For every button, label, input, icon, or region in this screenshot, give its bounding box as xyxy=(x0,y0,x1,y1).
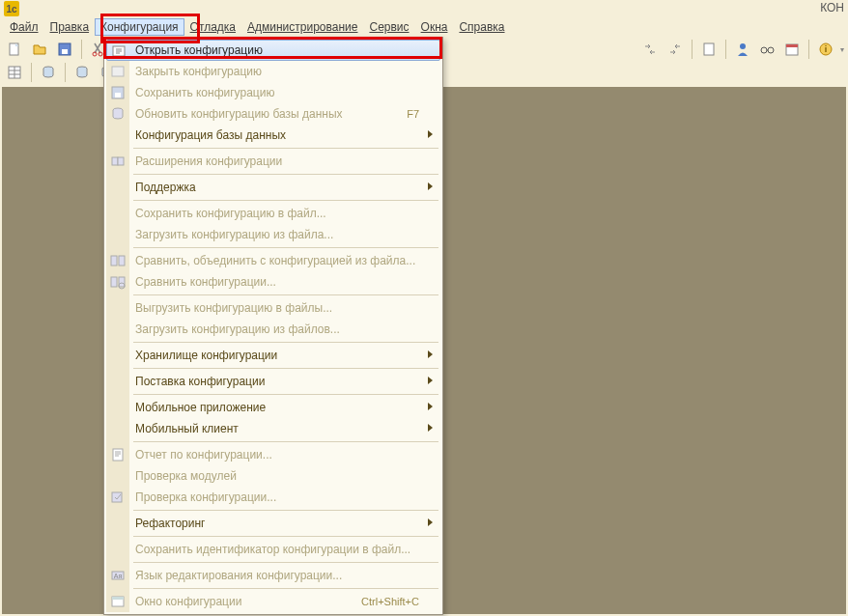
table-button[interactable] xyxy=(4,62,25,83)
database-icon xyxy=(41,65,56,80)
dropdown-item-label: Мобильное приложение xyxy=(135,401,440,414)
dropdown-item[interactable]: Поддержка xyxy=(106,177,440,198)
database-icon xyxy=(74,65,90,80)
menu-debug[interactable]: Отладка xyxy=(184,18,241,36)
save-button[interactable] xyxy=(54,39,75,60)
dropdown-item: Проверка модулей xyxy=(106,465,440,487)
dropdown-item-label: Окно конфигурации xyxy=(135,595,361,608)
title-bar: 1c КОН xyxy=(0,0,848,17)
dropdown-item-label: Проверка конфигурации... xyxy=(135,490,440,504)
dropdown-item-label: Отчет по конфигурации... xyxy=(135,448,440,462)
dropdown-item: Сравнить конфигурации... xyxy=(106,271,440,293)
svg-rect-37 xyxy=(119,256,125,266)
dropdown-separator xyxy=(133,247,438,248)
dropdown-item[interactable]: Мобильное приложение xyxy=(106,397,440,418)
svg-point-14 xyxy=(740,43,746,49)
menu-configuration[interactable]: Конфигурация xyxy=(95,18,184,36)
dropdown-item[interactable]: Рефакторинг xyxy=(106,513,440,534)
svg-rect-2 xyxy=(62,49,68,54)
dropdown-item-label: Мобильный клиент xyxy=(135,422,440,435)
window-icon xyxy=(110,594,126,609)
open-folder-icon xyxy=(32,42,47,57)
toolbar-separator xyxy=(81,40,82,59)
dropdown-item-label: Загрузить конфигурацию из файла... xyxy=(135,228,440,241)
user-icon xyxy=(735,42,750,57)
menu-file[interactable]: Файл xyxy=(4,18,44,36)
dropdown-item-shortcut: F7 xyxy=(407,108,440,120)
dropdown-item-label: Сохранить конфигурацию в файл... xyxy=(135,207,440,220)
submenu-arrow-icon xyxy=(428,130,433,138)
submenu-arrow-icon xyxy=(428,403,433,410)
menu-service[interactable]: Сервис xyxy=(363,18,414,36)
svg-rect-13 xyxy=(704,43,714,55)
svg-rect-46 xyxy=(112,597,124,600)
dropdown-item: АяЯзык редактирования конфигурации... xyxy=(106,565,440,586)
dropdown-item-label: Закрыть конфигурацию xyxy=(135,65,440,78)
dropdown-item-label: Обновить конфигурацию базы данных xyxy=(135,107,407,121)
dropdown-item-label: Проверка модулей xyxy=(135,469,440,483)
calendar-button[interactable] xyxy=(781,39,803,60)
dropdown-item-label: Расширения конфигурации xyxy=(135,154,440,168)
menu-administration[interactable]: Администрирование xyxy=(241,18,363,36)
svg-rect-36 xyxy=(111,256,117,266)
svg-rect-42 xyxy=(112,492,122,502)
menu-help[interactable]: Справка xyxy=(453,18,510,36)
svg-rect-32 xyxy=(115,93,121,98)
update-db-icon xyxy=(110,106,126,122)
dropdown-item: Загрузить конфигурацию из файла... xyxy=(106,224,440,245)
svg-text:Ая: Ая xyxy=(114,573,123,579)
user-button[interactable] xyxy=(732,39,753,60)
save-icon xyxy=(57,42,72,57)
dropdown-item[interactable]: Открыть конфигурацию xyxy=(106,40,440,61)
toolbar-button-b[interactable] xyxy=(664,39,686,60)
svg-rect-38 xyxy=(111,277,117,287)
dropdown-item[interactable]: Хранилище конфигурации xyxy=(106,345,440,366)
svg-point-15 xyxy=(761,47,767,53)
dropdown-separator xyxy=(133,562,438,563)
dropdown-item[interactable]: Конфигурация базы данных xyxy=(106,125,440,146)
submenu-arrow-icon xyxy=(428,377,433,384)
new-file-button[interactable] xyxy=(4,39,25,60)
dropdown-item-label: Сохранить идентификатор конфигурации в ф… xyxy=(135,543,440,556)
svg-point-16 xyxy=(768,47,774,53)
svg-rect-41 xyxy=(113,449,123,461)
dropdown-item: Сравнить, объединить с конфигурацией из … xyxy=(106,250,440,271)
dropdown-separator xyxy=(133,368,438,369)
extensions-icon xyxy=(110,154,126,169)
dropdown-separator xyxy=(133,536,438,537)
close-config-icon xyxy=(110,64,126,79)
toolbar-button-d[interactable] xyxy=(756,39,777,60)
dropdown-item-label: Загрузить конфигурацию из файлов... xyxy=(135,322,440,336)
dropdown-separator xyxy=(133,174,438,175)
menu-edit[interactable]: Правка xyxy=(44,18,96,36)
menu-bar: Файл Правка Конфигурация Отладка Админис… xyxy=(0,17,848,37)
configuration-dropdown: Открыть конфигурациюЗакрыть конфигурацию… xyxy=(103,37,443,615)
open-file-button[interactable] xyxy=(29,39,50,60)
dropdown-item[interactable]: Поставка конфигурации xyxy=(106,371,440,392)
dropdown-item-label: Поддержка xyxy=(135,181,440,194)
db-button-2[interactable] xyxy=(71,62,93,83)
new-file-icon xyxy=(7,42,22,57)
dropdown-item: Закрыть конфигурацию xyxy=(106,61,440,82)
submenu-arrow-icon xyxy=(428,518,433,526)
dropdown-item: Сохранить конфигурацию xyxy=(106,82,440,103)
dropdown-item: Сохранить идентификатор конфигурации в ф… xyxy=(106,539,440,560)
toolbar-separator xyxy=(31,63,32,82)
help-button[interactable]: i xyxy=(815,39,836,60)
dropdown-separator xyxy=(133,588,438,589)
toolbar-button-a[interactable] xyxy=(639,39,661,60)
dropdown-item-label: Сравнить, объединить с конфигурацией из … xyxy=(135,254,440,267)
arrow-pair-icon xyxy=(642,42,658,57)
menu-windows[interactable]: Окна xyxy=(415,18,454,36)
dropdown-item: Загрузить конфигурацию из файлов... xyxy=(106,319,440,340)
dropdown-item: Сохранить конфигурацию в файл... xyxy=(106,203,440,224)
arrow-pair-icon xyxy=(667,42,683,57)
app-icon: 1c xyxy=(4,1,19,16)
db-button-1[interactable] xyxy=(38,62,59,83)
submenu-arrow-icon xyxy=(428,350,433,358)
svg-rect-30 xyxy=(112,67,124,76)
dropdown-item-label: Рефакторинг xyxy=(135,517,440,530)
table-icon xyxy=(7,65,22,80)
toolbar-button-c[interactable] xyxy=(698,39,720,60)
dropdown-item[interactable]: Мобильный клиент xyxy=(106,418,440,439)
